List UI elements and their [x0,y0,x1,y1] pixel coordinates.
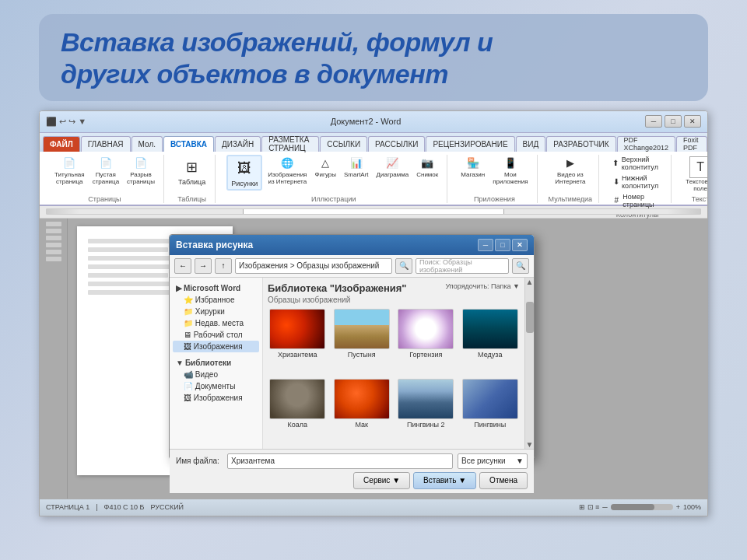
minimize-button[interactable]: ─ [645,115,662,128]
btn-blank-page[interactable]: 📄 Пустаястраница [90,155,121,186]
scrollbar-thumb[interactable] [526,302,534,333]
btn-page-break[interactable]: 📄 Разрывстраницы [124,155,157,186]
tab-review[interactable]: РЕЦЕНЗИРОВАНИЕ [426,136,514,152]
tab-foxit[interactable]: Foxit PDF [676,136,707,152]
arrange-control[interactable]: Упорядочить: Папка ▼ [446,282,520,290]
scrollbar-down-btn[interactable]: ▼ [526,440,534,449]
dialog-search[interactable]: Поиск: Образцы изображений [416,258,509,274]
list-item[interactable]: Пустыня [332,309,392,374]
btn-my-apps[interactable]: 📱 Моиприложения [490,155,530,186]
page-num-icon: # [612,195,620,206]
dialog-bottom: Имя файла: Хризантема Все рисунки ▼ Серв… [170,449,534,493]
nav-recent-docs[interactable]: 📁 Хирурки [173,306,259,317]
word-quick-access: ⬛ ↩ ↪ ▼ [46,117,86,127]
btn-chart[interactable]: 📈 Диаграмма [374,155,412,179]
nav-desktop[interactable]: 🖥 Рабочий стол [173,329,259,341]
ribbon-group-headers: ⬆ Верхний колонтитул ⬇ Нижний колонтитул… [604,155,672,203]
zoom-plus-btn[interactable]: + [676,503,680,511]
dialog-window-controls: ─ □ ✕ [478,239,528,251]
dialog-cancel-btn[interactable]: Отмена [479,472,528,489]
image-thumb-mak [334,379,390,419]
dialog-service-btn[interactable]: Сервис ▼ [353,472,410,489]
btn-shapes[interactable]: △ Фигуры [312,155,338,179]
filename-input[interactable]: Хризантема [227,453,453,469]
dialog-minimize-btn[interactable]: ─ [478,239,493,251]
sidebar-marker [46,243,61,247]
maximize-button[interactable]: □ [665,115,682,128]
dialog-close-btn[interactable]: ✕ [512,239,528,251]
dialog-refresh-btn[interactable]: 🔍 [395,258,412,274]
btn-page-num[interactable]: # Номер страницы [610,192,665,209]
group-label-apps: Приложения [474,195,515,203]
list-item[interactable]: Мак [332,379,392,444]
tab-file[interactable]: ФАЙЛ [43,136,80,152]
window-controls: ─ □ ✕ [645,115,701,128]
nav-video[interactable]: 📹 Видео [173,369,259,380]
btn-screenshot[interactable]: 📷 Снимок [414,155,440,179]
image-label: Хризантема [278,351,317,359]
scrollbar-up-btn[interactable]: ▲ [526,278,534,286]
dialog-body: ▶ Microsoft Word ⭐ Избранное 📁 Хирурки 📁… [170,278,534,449]
dialog-path[interactable]: Изображения > Образцы изображений [235,258,392,274]
ribbon-group-illustrations: 🖼 Рисунки 🌐 Изображенияиз Интернета △ Фи… [220,155,447,203]
btn-pictures[interactable]: 🖼 Рисунки [226,155,262,191]
tab-page-layout[interactable]: РАЗМЕТКА СТРАНИЦ [261,136,319,152]
btn-header[interactable]: ⬆ Верхний колонтитул [610,155,665,172]
sidebar-marker [46,222,61,226]
zoom-minus-btn[interactable]: ─ [602,503,607,511]
dialog-scrollbar[interactable]: ▲ ▼ [524,278,534,449]
online-images-icon: 🌐 [279,156,295,171]
textbox-icon: T [689,156,708,178]
my-apps-icon: 📱 [503,156,518,171]
btn-store[interactable]: 🏪 Магазин [458,155,487,179]
btn-title-page[interactable]: 📄 Титульнаястраница [52,155,87,186]
title-area: Вставка изображений, формул и других объ… [39,14,708,101]
tab-design[interactable]: ДИЗАЙН [215,136,261,152]
dialog-back-btn[interactable]: ← [174,258,191,274]
tab-links[interactable]: ССЫЛКИ [320,136,367,152]
sidebar-marker [46,257,61,261]
image-label: Гортензия [409,351,442,359]
tab-mailing[interactable]: РАССЫЛКИ [368,136,425,152]
nav-favorites[interactable]: ⭐ Избранное [173,294,259,306]
dialog-titlebar: Вставка рисунка ─ □ ✕ [170,235,534,255]
list-item[interactable]: Пингвины 2 [396,379,456,444]
list-item[interactable]: Коала [268,379,328,444]
ribbon-group-multimedia: ▶ Видео изИнтернета Мультимедиа [542,155,600,203]
dialog-toolbar: ← → ↑ Изображения > Образцы изображений … [170,255,534,278]
table-icon: ⊞ [181,156,203,178]
btn-online-images[interactable]: 🌐 Изображенияиз Интернета [265,155,309,186]
tab-dev[interactable]: РАЗРАБОТЧИК [546,136,615,152]
dialog-insert-btn[interactable]: Вставить ▼ [413,472,476,489]
tab-view[interactable]: ВИД [516,136,546,152]
status-right: ⊞ ⊡ ≡ ─ + 100% [579,503,701,511]
dialog-maximize-btn[interactable]: □ [495,239,510,251]
btn-table[interactable]: ⊞ Таблица [175,155,209,187]
nav-recent-places[interactable]: 📁 Недав. места [173,317,259,329]
list-item[interactable]: Гортензия [396,309,456,374]
tab-insert[interactable]: ВСТАВКА [163,136,214,152]
smartart-icon: 📊 [349,156,364,171]
tab-mol[interactable]: Мол. [132,136,163,152]
dialog-search-btn[interactable]: 🔍 [512,258,529,274]
tab-pdf-xchange[interactable]: PDF XChange2012 [617,136,676,152]
nav-documents[interactable]: 📄 Документы [173,380,259,392]
image-thumb-koala [269,379,325,419]
dialog-action-buttons: Сервис ▼ Вставить ▼ Отмена [176,472,528,489]
btn-smartart[interactable]: 📊 SmartArt [342,155,371,179]
filetype-dropdown[interactable]: Все рисунки ▼ [458,453,528,469]
dialog-up-btn[interactable]: ↑ [215,258,232,274]
btn-video[interactable]: ▶ Видео изИнтернета [552,155,587,186]
nav-images-lib[interactable]: 🖼 Изображения [173,392,259,404]
dialog-forward-btn[interactable]: → [195,258,212,274]
zoom-slider[interactable] [611,504,673,510]
insert-picture-dialog: Вставка рисунка ─ □ ✕ ← → ↑ Изображения … [169,234,535,460]
btn-footer[interactable]: ⬇ Нижний колонтитул [610,173,665,191]
nav-images[interactable]: 🖼 Изображения [173,341,259,352]
btn-textbox[interactable]: T Текстовоеполе [682,155,708,194]
list-item[interactable]: Хризантема [268,309,328,374]
tab-home[interactable]: ГЛАВНАЯ [81,136,131,152]
list-item[interactable]: Медуза [461,309,521,374]
close-button[interactable]: ✕ [684,115,701,128]
list-item[interactable]: Пингвины [461,379,521,444]
